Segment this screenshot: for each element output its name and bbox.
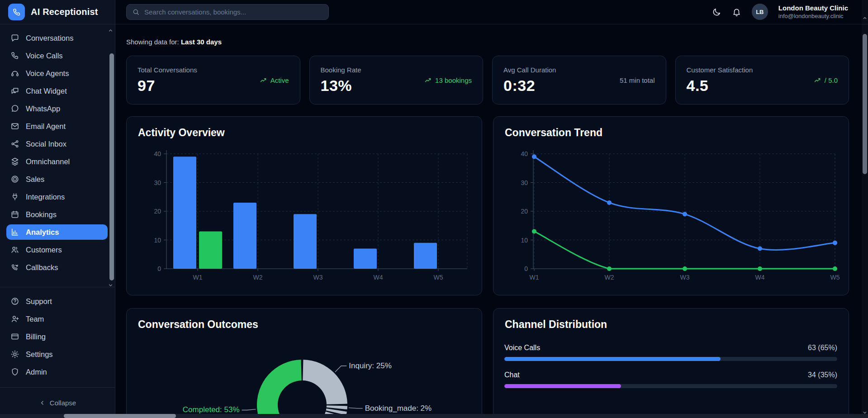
- channel-value: 34 (35%): [808, 371, 837, 379]
- chevron-up-icon[interactable]: [108, 28, 114, 33]
- line-conversations: [534, 157, 835, 250]
- svg-text:0: 0: [157, 265, 161, 272]
- sidebar-item-voice-calls[interactable]: Voice Calls: [6, 48, 108, 63]
- stat-trend-label: 51 min total: [620, 76, 655, 84]
- sidebar-item-chat-widget[interactable]: Chat Widget: [6, 83, 108, 99]
- shield-icon: [10, 367, 19, 376]
- date-range-prefix: Showing data for:: [126, 38, 179, 46]
- stat-trend-badge: 13 bookings: [424, 76, 472, 84]
- svg-text:10: 10: [154, 237, 161, 244]
- sidebar-item-support[interactable]: Support: [6, 294, 108, 309]
- charts-row-2: Inquiry: 25%Booking_made: 2%Completed: 5…: [126, 308, 849, 418]
- chart-title: Channel Distribution: [505, 318, 607, 331]
- org-email: info@londonbeauty.clinic: [778, 13, 848, 20]
- point-bookings: [607, 266, 612, 271]
- sidebar-item-whatsapp[interactable]: WhatsApp: [6, 101, 108, 116]
- svg-text:W4: W4: [374, 274, 383, 281]
- sidebar-item-callbacks[interactable]: Callbacks: [6, 260, 108, 275]
- search-input[interactable]: [144, 8, 323, 16]
- stat-card-customer-satisfaction: Customer Satisfaction 4.5 / 5.0: [675, 56, 849, 104]
- svg-text:W2: W2: [605, 274, 614, 281]
- svg-text:W4: W4: [755, 274, 765, 281]
- channel-row-voice-calls: Voice Calls 63 (65%): [504, 344, 837, 361]
- dark-mode-toggle[interactable]: [712, 7, 721, 17]
- svg-text:40: 40: [154, 150, 161, 157]
- channel-bar-track: [504, 384, 837, 388]
- chart-title: Conversation Outcomes: [138, 318, 258, 331]
- vertical-scrollbar-thumb[interactable]: [863, 34, 867, 174]
- svg-text:W3: W3: [313, 274, 323, 281]
- notifications-button[interactable]: [732, 7, 741, 17]
- chevron-down-icon[interactable]: [108, 282, 114, 288]
- sidebar-collapse-button[interactable]: Collapse: [0, 387, 115, 418]
- sidebar-item-voice-agents[interactable]: Voice Agents: [6, 66, 108, 81]
- svg-text:20: 20: [521, 208, 528, 215]
- channel-bar-fill: [504, 384, 621, 388]
- point-conversations: [607, 200, 612, 205]
- sidebar-item-admin[interactable]: Admin: [6, 364, 108, 380]
- share-nodes-icon: [10, 139, 19, 148]
- sidebar-item-omnichannel[interactable]: Omnichannel: [6, 154, 108, 169]
- sidebar-item-team[interactable]: Team: [6, 311, 108, 327]
- sidebar: AI Receptionist Conversations Voice Call…: [0, 0, 115, 418]
- org-info: London Beauty Clinic info@londonbeauty.c…: [778, 4, 848, 20]
- stat-card-total-conversations: Total Conversations 97 Active: [126, 56, 300, 104]
- stat-label: Booking Rate: [321, 66, 361, 74]
- channel-label: Chat: [504, 371, 520, 379]
- users-icon: [10, 245, 19, 254]
- phone-callback-icon: [10, 263, 19, 272]
- calendar-icon: [10, 210, 19, 219]
- stat-value: 13%: [321, 77, 361, 95]
- bar-chart-icon: [10, 228, 19, 237]
- chat-bubble-icon: [10, 33, 19, 43]
- svg-text:W1: W1: [530, 274, 539, 281]
- sidebar-item-billing[interactable]: Billing: [6, 329, 108, 344]
- sidebar-item-conversations[interactable]: Conversations: [6, 30, 108, 46]
- chevron-up-icon[interactable]: [862, 15, 868, 21]
- stat-trend-badge: / 5.0: [814, 76, 838, 84]
- trend-up-icon: [424, 76, 432, 84]
- sidebar-scrollbar-thumb[interactable]: [109, 53, 114, 280]
- phone-icon: [12, 8, 21, 17]
- horizontal-scrollbar-thumb[interactable]: [64, 414, 176, 418]
- svg-text:W5: W5: [830, 274, 840, 281]
- channel-row-chat: Chat 34 (35%): [504, 371, 837, 388]
- horizontal-scrollbar[interactable]: [0, 414, 868, 418]
- stat-card-booking-rate: Booking Rate 13% 13 bookings: [309, 56, 484, 104]
- bar-conversations: [354, 249, 377, 269]
- vertical-scrollbar[interactable]: [862, 0, 868, 418]
- sidebar-item-email-agent[interactable]: Email Agent: [6, 119, 108, 134]
- sidebar-item-label: Customers: [26, 246, 62, 254]
- conversation-trend-chart: 010203040W1W2W3W4W5: [493, 117, 849, 295]
- sidebar-item-sales[interactable]: Sales: [6, 171, 108, 187]
- stat-trend-badge: Active: [260, 76, 289, 84]
- stat-value: 4.5: [687, 77, 753, 95]
- stat-label: Total Conversations: [138, 66, 197, 74]
- sidebar-item-label: Support: [26, 297, 52, 306]
- app-logo: [8, 4, 25, 20]
- sidebar-item-social-inbox[interactable]: Social Inbox: [6, 136, 108, 152]
- channel-label: Voice Calls: [504, 344, 540, 352]
- channel-distribution-card: Channel Distribution Voice Calls 63 (65%…: [493, 308, 849, 418]
- date-range-status: Showing data for: Last 30 days: [126, 38, 849, 46]
- charts-row-1: 010203040W1W2W3W4W5 Activity Overview 01…: [126, 116, 849, 295]
- sidebar-item-integrations[interactable]: Integrations: [6, 189, 108, 204]
- search-box[interactable]: [126, 4, 329, 20]
- sidebar-item-label: Sales: [26, 175, 44, 184]
- svg-text:0: 0: [524, 265, 528, 272]
- stat-label: Customer Satisfaction: [687, 66, 753, 74]
- sidebar-secondary-nav: Support Team Billing Settings Admin: [0, 287, 115, 387]
- user-plus-icon: [10, 314, 19, 323]
- stat-trend-label: Active: [270, 76, 289, 84]
- svg-text:W3: W3: [680, 274, 690, 281]
- stat-cards-row: Total Conversations 97 Active Booking Ra…: [126, 56, 849, 104]
- sidebar-item-customers[interactable]: Customers: [6, 242, 108, 257]
- avatar[interactable]: LB: [752, 4, 768, 20]
- sidebar-item-bookings[interactable]: Bookings: [6, 207, 108, 222]
- sidebar-item-settings[interactable]: Settings: [6, 347, 108, 362]
- sidebar-item-label: Bookings: [26, 210, 57, 219]
- stat-value: 97: [138, 77, 197, 95]
- sidebar-item-analytics[interactable]: Analytics: [6, 224, 108, 240]
- layers-icon: [10, 157, 19, 166]
- sidebar-item-label: Integrations: [26, 193, 65, 201]
